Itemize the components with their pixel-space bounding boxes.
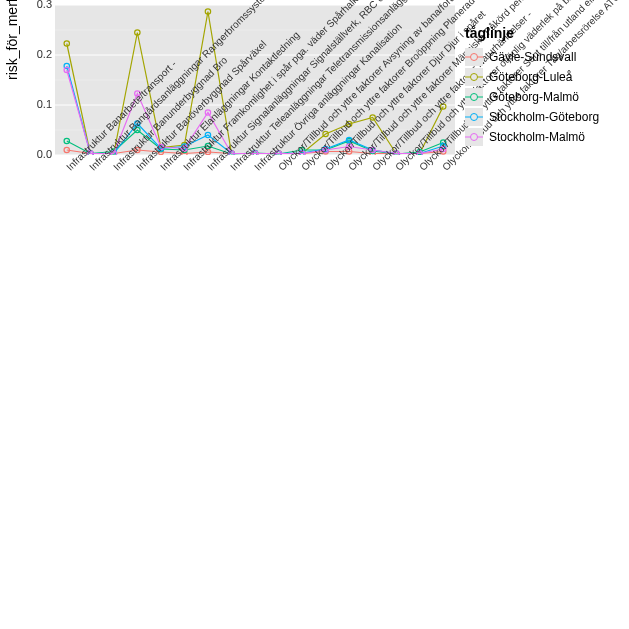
chart-container: risk_för_merförsening 0.00.10.20.3 Infra… [0,0,629,629]
legend-swatch [465,108,483,126]
legend-swatch [465,88,483,106]
x-tick-label: Olyckor/Tillbud och yttre faktorer otjän… [393,162,404,173]
x-tick-label: Olyckor/Tillbud och yttre faktorer Natur… [370,162,381,173]
legend-label: Stockholm-Malmö [489,130,585,144]
legend-swatch [465,128,483,146]
x-tick-label: Infrastruktur Banunderbyggnad Bro [111,162,122,173]
x-tick-label: Infrastruktur Övriga anläggningar Kanali… [252,162,263,173]
x-tick-label: Infrastruktur Banöverbyggnad Spårväxel [135,162,146,173]
x-tick-label: Olyckor/Tillbud och yttre faktorer Männi… [346,162,357,173]
legend-label: Göteborg-Luleå [489,70,572,84]
x-tick-label: Olyckor/Tillbud och yttre faktorer Sent … [417,162,428,173]
x-tick-label: Infrastruktur Framkomlighet i spår pga. … [182,162,193,173]
legend-item: Stockholm-Malmö [465,127,625,147]
x-tick-label: Infrastruktur Teleanläggningar Teletrans… [229,162,240,173]
y-tick-label: 0.0 [22,148,52,160]
x-tick-label: Olyckor/Tillbud och yttre faktorer Djur … [323,162,334,173]
legend-item: Stockholm-Göteborg [465,107,625,127]
x-tick-label: Olyckor/Tillbud och yttre faktorer Tåg/a… [440,162,451,173]
legend-item: Gävle-Sundsvall [465,47,625,67]
y-axis-title: risk_för_merförsening [4,0,20,80]
x-tick-label: Olyckor/Tillbud och yttre faktorer Broöp… [299,162,310,173]
y-tick-label: 0.3 [22,0,52,10]
legend-title: tåglinje [465,25,625,41]
legend-swatch [465,48,483,66]
legend-label: Göteborg-Malmö [489,90,579,104]
legend-label: Stockholm-Göteborg [489,110,599,124]
y-tick-label: 0.2 [22,48,52,60]
x-tick-label: Infrastruktur Bangårdsanläggningar Range… [87,162,98,173]
x-tick-label: Infrastruktur Signalanläggningar Signals… [205,162,216,173]
y-axis: 0.00.10.20.3 [20,5,52,155]
legend-item: Göteborg-Malmö [465,87,625,107]
y-tick-label: 0.1 [22,98,52,110]
x-tick-label: Infrastruktur Banarbete/transport - [64,162,75,173]
legend: tåglinje Gävle-SundsvallGöteborg-LuleåGö… [465,25,625,147]
legend-label: Gävle-Sundsvall [489,50,576,64]
x-tick-label: Olyckor/Tillbud och yttre faktorer Avsyn… [276,162,287,173]
legend-item: Göteborg-Luleå [465,67,625,87]
legend-swatch [465,68,483,86]
x-tick-label: Infrastruktur Elanläggningar Kontaktledn… [158,162,169,173]
